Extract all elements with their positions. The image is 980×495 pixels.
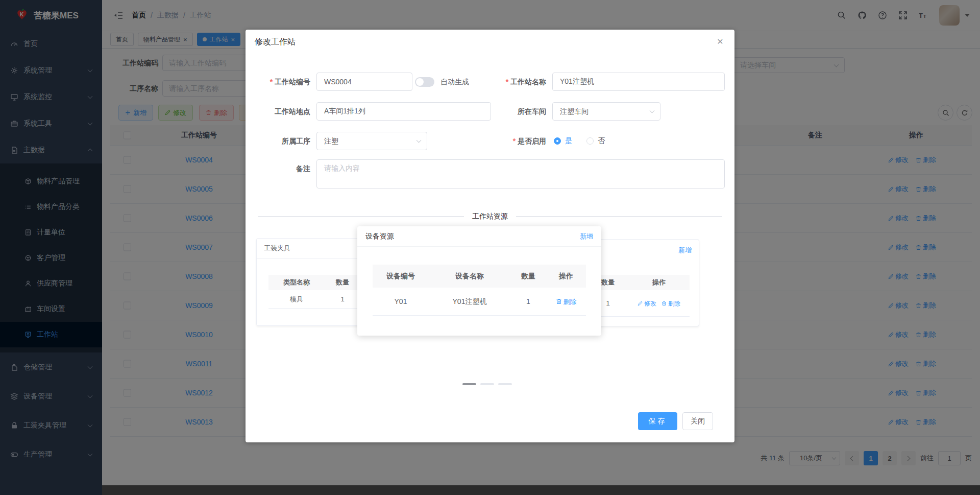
device-col-qty: 数量	[510, 265, 546, 288]
device-row-qty: 1	[510, 288, 546, 315]
dialog-close-icon[interactable]: ×	[717, 36, 723, 46]
trash-icon	[556, 298, 562, 304]
trash-icon	[662, 301, 667, 306]
carousel-indicators	[462, 383, 512, 385]
fixture-row-type: 模具	[268, 290, 325, 308]
device-panel-title: 设备资源	[365, 232, 394, 241]
location-label: 工作站地点	[246, 102, 310, 121]
close-button[interactable]: 关闭	[682, 412, 713, 430]
app-window: K 苦糖果MES 首页 系统管理 系统监控 系统工具 主数据	[0, 0, 980, 495]
enabled-radio-group: 是 否	[554, 132, 605, 150]
chevron-down-icon	[650, 108, 655, 113]
fixture-col-type: 类型名称	[268, 275, 325, 290]
right-card-edit-link[interactable]: 修改	[638, 290, 656, 317]
device-delete-link[interactable]: 删除	[556, 288, 577, 316]
edit-workstation-dialog: 修改工作站 × 工作站编号 自动生成 工作站名称 工作站地点 所在车间 注塑车间…	[246, 30, 734, 442]
device-col-action: 操作	[546, 265, 586, 288]
dialog-title: 修改工作站	[255, 37, 296, 48]
radio-no[interactable]: 否	[586, 136, 605, 146]
process-label: 所属工序	[246, 132, 310, 150]
device-row-name: Y01注塑机	[429, 288, 510, 315]
device-col-name: 设备名称	[429, 265, 510, 288]
radio-yes[interactable]: 是	[554, 136, 572, 146]
enabled-label: 是否启用	[481, 132, 546, 150]
process-select[interactable]: 注塑	[316, 132, 427, 150]
remark-textarea[interactable]	[316, 159, 725, 188]
right-card-add-link[interactable]: 新增	[678, 246, 692, 255]
location-input[interactable]	[316, 102, 491, 121]
code-label: 工作站编号	[246, 73, 310, 91]
fixture-col-qty: 数量	[325, 275, 360, 290]
device-panel-header: 设备资源 新增	[357, 226, 601, 247]
right-card-delete-link[interactable]: 删除	[662, 290, 680, 317]
name-input[interactable]	[552, 73, 725, 91]
auto-generate-toggle[interactable]	[415, 77, 434, 87]
device-row-code: Y01	[373, 288, 429, 315]
name-label: 工作站名称	[481, 73, 546, 91]
device-add-link[interactable]: 新增	[580, 232, 593, 241]
radio-unselected-icon	[586, 137, 594, 145]
remark-label: 备注	[246, 159, 310, 178]
device-table: 设备编号 设备名称 数量 操作 Y01 Y01注塑机 1 删除	[373, 265, 586, 316]
pencil-icon	[638, 301, 643, 306]
device-col-code: 设备编号	[373, 265, 429, 288]
device-resource-panel: 设备资源 新增 设备编号 设备名称 数量 操作 Y01 Y01注塑机 1 删除	[357, 226, 601, 336]
auto-generate-label: 自动生成	[440, 73, 469, 91]
save-button[interactable]: 保存	[638, 412, 677, 430]
code-input[interactable]	[316, 73, 412, 91]
workshop-label: 所在车间	[481, 102, 546, 121]
fixture-row-qty: 1	[325, 290, 360, 308]
carousel-dot-active[interactable]	[462, 383, 476, 385]
carousel-dot[interactable]	[480, 383, 494, 385]
chevron-down-icon	[416, 138, 422, 143]
section-title: 工作站资源	[246, 211, 734, 221]
right-card-col-action: 操作	[628, 275, 690, 290]
workshop-select[interactable]: 注塑车间	[552, 102, 660, 121]
radio-selected-icon	[554, 137, 561, 145]
carousel-dot[interactable]	[498, 383, 512, 385]
